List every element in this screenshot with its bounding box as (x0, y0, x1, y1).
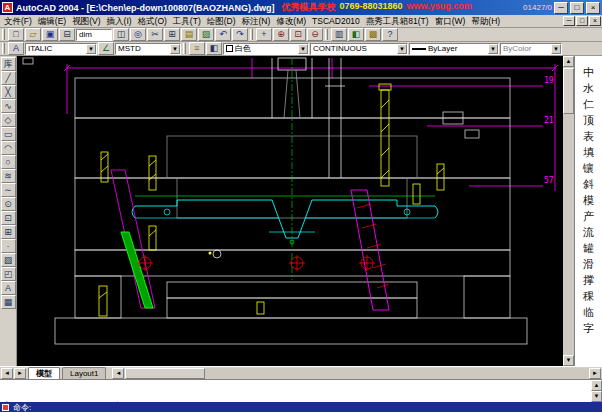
restore-button[interactable]: □ (570, 2, 584, 14)
chevron-down-icon[interactable]: ▼ (170, 44, 180, 54)
polygon-tool-icon[interactable]: ◇ (1, 113, 16, 127)
toolbar-grip[interactable] (250, 29, 253, 40)
chevron-down-icon[interactable]: ▼ (86, 44, 96, 54)
dim-style-manager-icon[interactable]: ∠ (98, 42, 114, 55)
help-icon[interactable]: ? (382, 28, 398, 41)
menu-insert[interactable]: 插入(I) (104, 15, 135, 28)
designcenter-icon[interactable]: ◧ (348, 28, 364, 41)
properties-icon[interactable]: ▥ (331, 28, 347, 41)
command-window[interactable]: 主页: www.yanxiucad.cn 邮箱: yanxiucad@163.c… (0, 379, 602, 402)
new-file-icon[interactable]: □ (8, 28, 24, 41)
line-tool-icon[interactable]: ╱ (1, 71, 16, 85)
chevron-down-icon[interactable]: ▼ (298, 44, 308, 54)
menu-window[interactable]: 窗口(W) (432, 15, 469, 28)
table-tool-icon[interactable]: ▦ (1, 295, 16, 309)
scroll-left-icon[interactable]: ◄ (112, 368, 124, 379)
menu-help[interactable]: 帮助(H) (468, 15, 503, 28)
redo-icon[interactable]: ↷ (232, 28, 248, 41)
v-scroll-thumb[interactable] (563, 68, 574, 114)
scroll-up-icon[interactable]: ▲ (563, 56, 574, 67)
lineweight-combo[interactable]: ByLayer ▼ (409, 43, 499, 55)
revcloud-tool-icon[interactable]: ≋ (1, 169, 16, 183)
chevron-down-icon[interactable]: ▼ (397, 44, 407, 54)
scroll-down-icon[interactable]: ▼ (591, 391, 602, 402)
color-combo[interactable]: 白色 ▼ (223, 43, 309, 55)
toolbox-item[interactable]: 中 (575, 66, 602, 79)
polyline-tool-icon[interactable]: ∿ (1, 99, 16, 113)
spline-tool-icon[interactable]: ∼ (1, 183, 16, 197)
doc-minimize-button[interactable]: ─ (563, 16, 575, 26)
toolbox-item[interactable]: 字 (575, 322, 602, 335)
title-bar[interactable]: A AutoCAD 2004 - [E:\Chen\ep-down100807(… (0, 0, 602, 15)
toolbar-grip[interactable] (325, 29, 328, 40)
toolbox-item[interactable]: 罐 (575, 242, 602, 255)
toolbox-item[interactable]: 模 (575, 194, 602, 207)
menu-view[interactable]: 视图(V) (69, 15, 103, 28)
horizontal-scrollbar[interactable]: ◄ ► (112, 368, 601, 379)
doc-restore-button[interactable]: □ (576, 16, 588, 26)
toolbox-item[interactable]: 镶 (575, 162, 602, 175)
scroll-up-icon[interactable]: ▲ (591, 380, 602, 391)
toolbox-item[interactable]: 撑 (575, 274, 602, 287)
command-scrollbar[interactable]: ▲ ▼ (591, 380, 602, 402)
menu-edit[interactable]: 编辑(E) (35, 15, 69, 28)
close-button[interactable]: × (586, 2, 600, 14)
tab-nav-left-icon[interactable]: ◄ (1, 368, 13, 379)
menu-tscad[interactable]: TSCAD2010 (309, 15, 363, 28)
toolbox-item[interactable]: 斜 (575, 178, 602, 191)
toolbox-item[interactable]: 临 (575, 306, 602, 319)
v-scroll-track[interactable] (563, 115, 574, 355)
toolbox-item[interactable]: 产 (575, 210, 602, 223)
print-icon[interactable]: ⊟ (59, 28, 75, 41)
menu-format[interactable]: 格式(O) (135, 15, 170, 28)
layer-previous-icon[interactable]: ◧ (206, 42, 222, 55)
match-properties-icon[interactable]: ▨ (198, 28, 214, 41)
arc-tool-icon[interactable]: ◠ (1, 141, 16, 155)
minimize-button[interactable]: ─ (554, 2, 568, 14)
toolbar-grip[interactable] (2, 29, 5, 40)
toolbar-grip[interactable] (2, 43, 5, 54)
menu-modify[interactable]: 修改(M) (273, 15, 309, 28)
paste-icon[interactable]: ▤ (181, 28, 197, 41)
toolbox-item[interactable]: 稞 (575, 290, 602, 303)
xline-tool-icon[interactable]: ╳ (1, 85, 16, 99)
toolbox-item[interactable]: 流 (575, 226, 602, 239)
toolbox-item[interactable]: 顶 (575, 114, 602, 127)
make-block-tool-icon[interactable]: ⊞ (1, 225, 16, 239)
command-prompt-bar[interactable]: 命令: (0, 402, 602, 412)
cut-icon[interactable]: ✂ (147, 28, 163, 41)
toolbar-grip[interactable] (183, 43, 186, 54)
ellipse-tool-icon[interactable]: ⊙ (1, 197, 16, 211)
pan-icon[interactable]: + (256, 28, 272, 41)
menu-dimension[interactable]: 标注(N) (239, 15, 274, 28)
tab-model[interactable]: 模型 (28, 367, 60, 379)
scroll-right-icon[interactable]: ► (589, 368, 601, 379)
tab-nav-right-icon[interactable]: ► (14, 368, 26, 379)
doc-close-button[interactable]: × (589, 16, 601, 26)
insert-block-tool-icon[interactable]: ⊡ (1, 211, 16, 225)
toolbox-item[interactable]: 填 (575, 146, 602, 159)
command-prompt[interactable]: 命令: (13, 402, 31, 412)
plot-style-combo[interactable]: ByColor ▼ (500, 43, 562, 55)
tool-palettes-icon[interactable]: ▩ (365, 28, 381, 41)
dim-style-combo[interactable]: MSTD ▼ (115, 43, 181, 55)
tab-layout1[interactable]: Layout1 (62, 367, 106, 379)
copy-icon[interactable]: ⊞ (164, 28, 180, 41)
drawing-canvas[interactable]: 19 21 57 (17, 56, 563, 366)
scroll-down-icon[interactable]: ▼ (563, 355, 574, 366)
save-file-icon[interactable]: ▣ (42, 28, 58, 41)
text-style-combo[interactable]: ITALIC ▼ (25, 43, 97, 55)
menu-file[interactable]: 文件(F) (1, 15, 35, 28)
plot-preview-icon[interactable]: ◫ (113, 28, 129, 41)
chevron-down-icon[interactable]: ▼ (488, 44, 498, 54)
linetype-combo[interactable]: CONTINUOUS ▼ (310, 43, 408, 55)
zoom-previous-icon[interactable]: ⊖ (307, 28, 323, 41)
rectangle-tool-icon[interactable]: ▭ (1, 127, 16, 141)
hatch-tool-icon[interactable]: ▨ (1, 253, 16, 267)
open-file-icon[interactable]: ▱ (25, 28, 41, 41)
find-icon[interactable]: ◎ (130, 28, 146, 41)
toolbox-item[interactable]: 水 (575, 82, 602, 95)
h-scroll-track[interactable] (206, 368, 589, 379)
menu-tools[interactable]: 工具(T) (170, 15, 204, 28)
region-tool-icon[interactable]: ◰ (1, 267, 16, 281)
